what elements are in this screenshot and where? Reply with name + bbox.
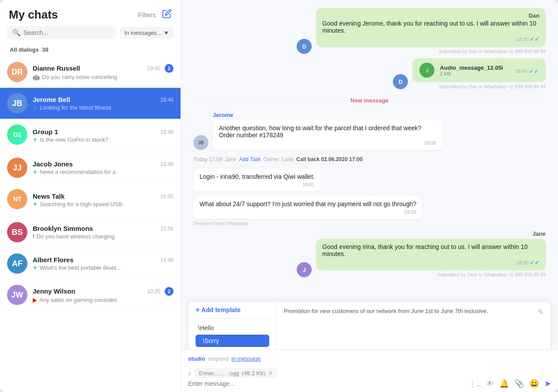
remove-attachment-button[interactable]: ✕ — [268, 369, 273, 377]
input-area: studio respond in message ♪ Erewr.......… — [181, 350, 558, 392]
search-bar: 🔍 In messages... ▼ — [0, 26, 181, 45]
chat-name-row: Jacob Jones 18:46 — [33, 160, 173, 168]
delivered-from: Delivered from WhatsApp — [193, 221, 422, 226]
chat-time: 16:00 — [160, 193, 173, 200]
chat-preview: ✈ Searching for a high-speed USB- — [33, 201, 173, 207]
emoji-button[interactable]: 😀 — [529, 379, 539, 388]
avatar: BS — [7, 222, 27, 242]
message-bubble: Another question, how long to wait for t… — [213, 120, 442, 150]
chat-name-row: Jerome Bell 18:46 — [33, 96, 173, 103]
chat-messages: Dan Good evening Jerome, thank you for r… — [181, 0, 558, 301]
chat-preview-text: Do you carry noise-cancelling — [42, 74, 117, 80]
template-preview-text: Promotion for new customers of our netwo… — [284, 308, 488, 314]
chat-info: Dianne Russell 19:00 2 🤖 Do you carry no… — [33, 64, 173, 80]
svg-text:NT: NT — [13, 196, 22, 203]
attachment-filename: Erewr........ .ogg — [199, 370, 239, 377]
chat-time: 14:46 — [160, 257, 173, 263]
all-dialogs-count: 39 — [42, 46, 48, 53]
eye-button[interactable]: 👁 — [486, 379, 494, 388]
audio-icon: ♪ — [419, 63, 434, 78]
attachment-bar: ♪ Erewr........ .ogg (48.2 Kb) ✕ — [188, 366, 551, 379]
message-input[interactable] — [188, 380, 465, 387]
chat-info: Group 1 18:46 ✈ Is the new GoPro in stoc… — [33, 128, 173, 143]
chat-preview-text: Looking for the latest fitness — [40, 104, 111, 111]
task-owner: Owner: Lane — [264, 156, 294, 162]
chat-name-row: Dianne Russell 19:00 2 — [33, 64, 173, 73]
message-row: JB Jerome Another question, how long to … — [193, 112, 546, 150]
chat-info: Jenny Wilson 10:25 2 ▶ Any sales on gami… — [33, 287, 173, 303]
chat-preview: 🤖 Do you carry noise-cancelling — [33, 74, 173, 80]
search-input[interactable] — [23, 29, 111, 36]
dots-button[interactable]: ⋮.. — [468, 379, 481, 388]
send-button[interactable]: ➤ — [544, 379, 551, 388]
chat-list-item[interactable]: JW Jenny Wilson 10:25 2 ▶ Any sales on g… — [0, 279, 181, 311]
telegram-icon: ✈ — [33, 264, 38, 271]
template-items: \Hello \Sorry — [189, 319, 276, 350]
unread-badge: 2 — [165, 287, 173, 296]
sidebar-header: My chats Filters — [0, 0, 181, 26]
avatar: JJ — [7, 158, 27, 178]
chat-preview-text: Do you have wireless charging — [37, 233, 115, 240]
chat-preview: ✈ Need a recommendation for a — [33, 169, 173, 175]
chevron-down-icon: ▼ — [163, 30, 169, 36]
attachment-name: Erewr........ .ogg (48.2 Kb) ✕ — [195, 368, 278, 378]
bot-icon: 🤖 — [33, 74, 40, 80]
message-bubble: Login - irina90, transferred via Qiwi wa… — [193, 169, 321, 192]
chat-time: 19:00 — [147, 65, 160, 72]
msg-time: 19:01 — [200, 182, 315, 187]
filter-dropdown[interactable]: In messages... ▼ — [120, 27, 173, 39]
add-task-link[interactable]: Add Task — [239, 156, 260, 162]
chat-list-item[interactable]: G1 Group 1 18:46 ✈ Is the new GoPro in s… — [0, 119, 181, 152]
sidebar-header-actions: Filters — [138, 9, 172, 21]
chat-name: Group 1 — [33, 128, 58, 136]
msg-submitted: Submitted by Dan in WhatsApp +1 999 999 … — [439, 49, 546, 54]
plus-icon: + — [196, 306, 200, 314]
bell-button[interactable]: 🔔 — [499, 379, 509, 388]
chat-info: News Talk 16:00 ✈ Searching for a high-s… — [33, 192, 173, 207]
chat-list-item[interactable]: NT News Talk 16:00 ✈ Searching for a hig… — [0, 184, 181, 217]
avatar: JB — [193, 135, 208, 150]
chat-list-item[interactable]: JB Jerome Bell 18:46 ✈ Looking for the l… — [0, 88, 181, 119]
filters-button[interactable]: Filters — [138, 11, 156, 19]
chat-name: Jerome Bell — [33, 96, 70, 103]
chat-name: News Talk — [33, 192, 64, 200]
template-item-sorry[interactable]: \Sorry — [196, 335, 269, 347]
chat-info: Jerome Bell 18:46 ✈ Looking for the late… — [33, 96, 173, 111]
chat-list-item[interactable]: BS Brooklyn Simmons 15:58 f Do you have … — [0, 217, 181, 248]
chat-name: Jenny Wilson — [33, 287, 75, 295]
message-bubble: Good evening Irina, thank you for reachi… — [316, 239, 546, 270]
msg-sender: Jane — [532, 230, 546, 237]
template-item-hello[interactable]: \Hello — [192, 321, 273, 335]
message-row: Login - irina90, transferred via Qiwi wa… — [193, 169, 546, 192]
chat-list-item[interactable]: DR Dianne Russell 19:00 2 🤖 Do you carry… — [0, 57, 181, 88]
reply-in-message-link[interactable]: in message — [231, 355, 260, 362]
search-input-wrap: 🔍 — [7, 26, 117, 39]
message-row: Dan Good evening Jerome, thank you for r… — [193, 8, 546, 54]
chat-list-item[interactable]: JJ Jacob Jones 18:46 ✈ Need a recommenda… — [0, 152, 181, 184]
new-message-label: New message — [351, 97, 388, 104]
compose-button[interactable] — [162, 9, 172, 21]
chat-time: 18:46 — [160, 97, 173, 103]
message-bubble: Dan Good evening Jerome, thank you for r… — [316, 8, 546, 47]
facebook-icon: f — [33, 233, 34, 240]
message-row: ♪ Audio_message_12.05i 2 MB 18:45 ✓✓ Sub… — [193, 58, 546, 89]
reply-studio: studio — [188, 355, 205, 362]
msg-time: 18:45 ✓✓ — [515, 68, 539, 75]
checkmark-icon: ✓✓ — [530, 36, 539, 42]
msg-submitted: Submitted by Jane in WhatsApp +1 999 999… — [437, 272, 546, 277]
chat-preview: ✈ Looking for the latest fitness — [33, 104, 173, 111]
chat-preview: ✈ What's the best portable Bluet... — [33, 264, 173, 271]
message-bubble: What about 24/7 support? I'm just worrie… — [193, 196, 422, 219]
chat-list-item[interactable]: AF Albert Flores 14:46 ✈ What's the best… — [0, 248, 181, 279]
avatar: NT — [7, 189, 27, 211]
edit-template-button[interactable]: ✎ — [538, 308, 543, 316]
template-popup: + Add template \Hello \Sorry Pro — [188, 301, 551, 350]
audio-bubble: ♪ Audio_message_12.05i 2 MB 18:45 ✓✓ — [412, 58, 546, 82]
msg-sender: Dan — [322, 12, 539, 19]
unread-badge: 2 — [165, 64, 173, 73]
avatar: D — [297, 39, 312, 54]
add-template-button[interactable]: + Add template — [196, 306, 241, 314]
paperclip-button[interactable]: 📎 — [514, 379, 524, 388]
msg-submitted: Submitted by Dan in WhatsApp +1 999 999 … — [439, 84, 546, 89]
msg-sender-name: Jerome — [213, 112, 442, 118]
